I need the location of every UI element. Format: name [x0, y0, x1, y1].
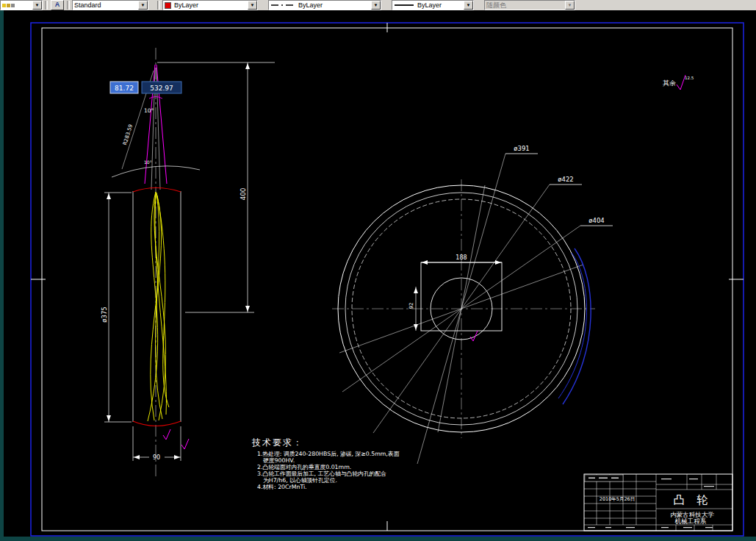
dynamic-input[interactable]: 81.72 532.97: [110, 82, 181, 93]
chevron-down-icon[interactable]: ▼: [464, 1, 473, 10]
surface-note: 其余 12.5: [663, 75, 694, 90]
chevron-down-icon: ▼: [565, 1, 575, 10]
color-combo-value: ByLayer: [173, 1, 200, 10]
chevron-down-icon[interactable]: ▼: [371, 1, 381, 10]
window-edge-left: [0, 10, 4, 541]
toolbar-separator: [157, 1, 160, 10]
department-name: 机械工程系: [674, 517, 707, 525]
technical-requirements: 技术要求： 1.热处理: 调质240-280HBS后, 渗碳, 深≥0.5mm,…: [251, 437, 400, 490]
linetype-pattern-icon: [270, 3, 295, 7]
dynamic-input-secondary-value[interactable]: 532.97: [150, 85, 173, 92]
tech-req-line: 4.材料: 20CrMnTi.: [257, 484, 307, 490]
dimension-400: [157, 62, 275, 312]
chevron-down-icon[interactable]: ▼: [32, 1, 42, 10]
drawing-svg: R283.59 10° 10°: [0, 10, 756, 541]
toolbar-separator: [67, 1, 70, 10]
layer-status-icons: [1, 4, 16, 7]
surface-finish-marks: [163, 429, 189, 449]
diameter-dimension-label: ø375: [101, 307, 108, 322]
surface-note-text: 其余: [663, 79, 676, 87]
cam-edge-bottom: [133, 421, 181, 426]
title-block-date: 2010年5月26日: [600, 496, 635, 502]
angle-dimension-label: 10°: [144, 107, 154, 114]
chevron-down-icon[interactable]: ▼: [138, 1, 148, 10]
dim-188-label: 188: [456, 254, 467, 261]
linetype-combo[interactable]: ByLayer ▼: [268, 0, 381, 10]
window-edge-bottom: [0, 537, 756, 541]
diameter-leaders: [505, 154, 613, 226]
dim-92-label: 92: [408, 303, 414, 309]
chevron-down-icon[interactable]: ▼: [248, 1, 257, 10]
lock-icon: [11, 4, 15, 7]
lineweight-pattern-icon: [394, 3, 414, 7]
tech-req-line: 2.凸轮端面对内孔的垂直度0.01mm.: [257, 464, 351, 470]
color-combo[interactable]: ByLayer ▼: [162, 0, 258, 10]
linetype-combo-value: ByLayer: [297, 1, 324, 10]
cam-front-view: ø391 ø422 ø404 188 92: [332, 145, 613, 464]
tech-req-line: 3.凸轮工作面最后加工, 工艺心轴与凸轮内孔的配合: [257, 470, 386, 477]
tech-req-line: 为H7/h6, 以心轴顶针孔定位.: [263, 477, 337, 484]
plotstyle-combo-value: 随颜色: [485, 1, 508, 10]
text-style-button[interactable]: A: [51, 0, 64, 10]
drawing-canvas[interactable]: R283.59 10° 10°: [0, 10, 756, 541]
dia-422-label: ø422: [558, 176, 573, 183]
sheet-frame: [31, 23, 744, 536]
tech-req-line: 硬度900HV.: [263, 457, 295, 464]
dia-391-label: ø391: [514, 145, 529, 152]
autocad-window: ▼ A Standard ▼ ByLayer ▼ ByLayer ▼ ByLay…: [0, 0, 756, 541]
cam-body: [133, 188, 181, 426]
angle-dimension-label-2: 10°: [144, 160, 152, 165]
part-name: 凸 轮: [674, 493, 713, 506]
lineweight-combo[interactable]: ByLayer ▼: [392, 0, 474, 10]
lineweight-combo-value: ByLayer: [416, 1, 443, 10]
plotstyle-combo: 随颜色 ▼: [484, 0, 575, 10]
bylayer-color-swatch: [165, 2, 171, 9]
style-combo[interactable]: Standard ▼: [72, 0, 148, 10]
width-dimension-label: 90: [153, 454, 160, 461]
sun-icon: [7, 4, 10, 7]
properties-toolbar: ▼ A Standard ▼ ByLayer ▼ ByLayer ▼ ByLay…: [0, 0, 756, 11]
style-combo-value: Standard: [73, 1, 103, 10]
layer-combo[interactable]: ▼: [0, 0, 43, 10]
dia-404-label: ø404: [588, 217, 604, 224]
cam-profile-view: R283.59 10° 10°: [101, 48, 275, 476]
roughness-value: 12.5: [685, 76, 694, 80]
title-block: 2010年5月26日 凸 轮 内蒙古科技大学 机械工程系: [584, 474, 732, 531]
radius-dimension-label: R283.59: [122, 123, 134, 146]
bulb-icon: [2, 4, 6, 7]
dynamic-input-active-value[interactable]: 81.72: [115, 85, 134, 92]
height-dimension-label: 400: [240, 187, 247, 200]
cam-surface-curves: [148, 192, 169, 421]
tech-req-title: 技术要求：: [251, 437, 303, 448]
dimension-375: [104, 193, 132, 422]
toolbar-separator: [45, 1, 48, 10]
cam-edge-top: [133, 188, 181, 193]
tech-req-line: 1.热处理: 调质240-280HBS后, 渗碳, 深≥0.5mm,表面: [257, 451, 400, 457]
